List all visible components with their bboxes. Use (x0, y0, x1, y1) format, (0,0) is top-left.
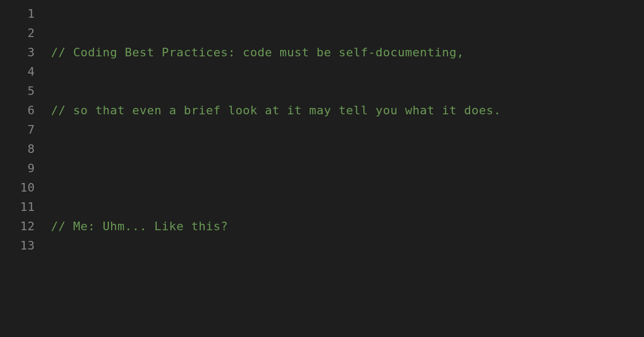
line-number: 3 (0, 43, 35, 62)
line-number: 11 (0, 197, 35, 217)
code-line-6: p=[] ,(f= (n, a ) =>( ! (51, 333, 644, 337)
line-number: 1 (0, 4, 35, 24)
line-number: 8 (0, 140, 35, 159)
line-number: 13 (0, 236, 35, 255)
line-number: 7 (0, 120, 35, 140)
code-line-4: // Me: Uhm... Like this? (51, 217, 644, 236)
line-number: 12 (0, 217, 35, 236)
code-editor[interactable]: 1 2 3 4 5 6 7 8 9 10 11 12 13 // Coding … (0, 0, 644, 337)
code-line-2: // so that even a brief look at it may t… (51, 101, 644, 120)
line-number: 10 (0, 178, 35, 197)
line-number: 4 (0, 62, 35, 82)
line-number: 9 (0, 159, 35, 178)
code-line-3 (51, 159, 644, 178)
line-number: 5 (0, 82, 35, 101)
line-number: 6 (0, 101, 35, 120)
code-content[interactable]: // Coding Best Practices: code must be s… (51, 4, 644, 337)
code-line-1: // Coding Best Practices: code must be s… (51, 43, 644, 62)
code-line-5 (51, 275, 644, 294)
line-number-gutter: 1 2 3 4 5 6 7 8 9 10 11 12 13 (0, 4, 51, 337)
line-number: 2 (0, 24, 35, 43)
